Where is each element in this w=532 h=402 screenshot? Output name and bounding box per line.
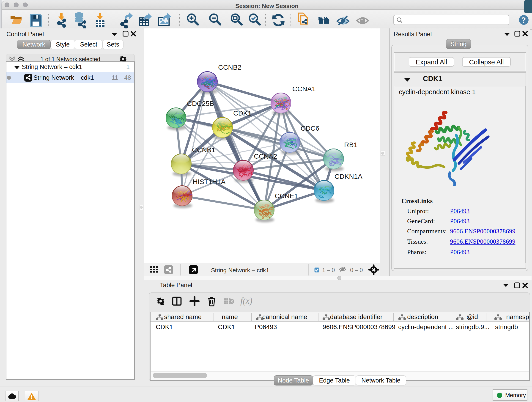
svg-text:RB1: RB1 bbox=[344, 141, 357, 148]
svg-text:CDC6: CDC6 bbox=[301, 124, 319, 132]
svg-text:CCNB2: CCNB2 bbox=[218, 64, 241, 71]
svg-text:CCNE1: CCNE1 bbox=[275, 192, 298, 200]
svg-text:CCNA1: CCNA1 bbox=[292, 85, 316, 93]
svg-text:HIST1H1A: HIST1H1A bbox=[193, 178, 225, 185]
svg-text:CCNB1: CCNB1 bbox=[192, 146, 215, 153]
svg-text:CDKN1A: CDKN1A bbox=[335, 172, 362, 180]
svg-text:CCNA2: CCNA2 bbox=[254, 153, 277, 160]
svg-text:?: ? bbox=[522, 15, 526, 25]
svg-text:CDK1: CDK1 bbox=[233, 109, 252, 117]
svg-text:CDC25B: CDC25B bbox=[187, 100, 214, 107]
